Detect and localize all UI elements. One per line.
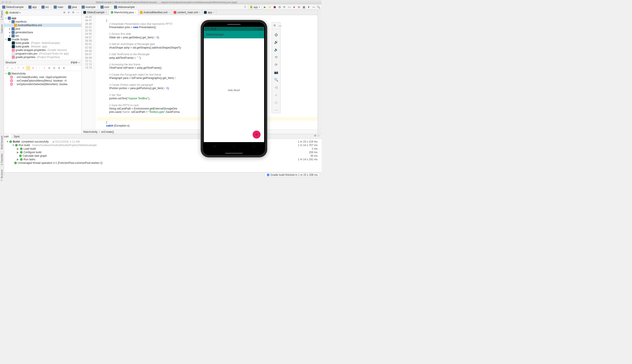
minimize-window-button[interactable] xyxy=(5,1,8,3)
code-editor[interactable]: 44 45 46 47 48 49 50 51 52 53 54 55 56 5… xyxy=(82,15,318,130)
structure-panel-header: Structure ⇵ ⊞ ⚙ — xyxy=(4,60,82,65)
show-properties-icon[interactable]: ⓟ xyxy=(21,66,26,70)
project-view-selector[interactable]: Android xyxy=(9,11,18,14)
emu-power-icon[interactable]: ⏻ xyxy=(274,32,278,37)
run-configuration-selector[interactable]: app▾ xyxy=(248,5,262,9)
toolbar-collapse-icon[interactable]: ⊟ xyxy=(52,66,56,70)
run-button[interactable]: ▶ xyxy=(263,5,266,9)
structure-gear-icon[interactable]: ⚙ xyxy=(75,61,78,64)
rail-captures[interactable]: Captures xyxy=(1,24,3,34)
project-tool-window: Android ▾ ⊕ ⊖ ⚙ — ▼app ▼manifests Androi… xyxy=(4,10,82,134)
toolbar-expand-icon[interactable]: ⊟ xyxy=(47,66,52,70)
build-output-tree[interactable]: ▼Build: completed successfullyat 01/11/2… xyxy=(4,139,322,172)
sync-icon[interactable]: ↸ xyxy=(244,5,247,9)
tree-manifest-file[interactable]: AndroidManifest.xml xyxy=(4,24,82,27)
rail-project[interactable]: 1: Project xyxy=(1,11,3,20)
close-icon[interactable]: × xyxy=(199,11,200,14)
emu-more-icon[interactable]: ⋯ xyxy=(274,108,278,112)
wifi-icon: ▸◂ xyxy=(255,27,258,30)
rail-build-variants[interactable]: Build Variants xyxy=(1,136,3,149)
debug-button[interactable]: 🐞 xyxy=(273,5,276,9)
status-bar: iGradle build finished in 1 m 15 s 338 m… xyxy=(0,172,322,177)
emu-volumeup-icon[interactable]: 🔊 xyxy=(274,40,278,44)
build-gear-icon[interactable]: ⚙ — xyxy=(312,134,322,139)
autoscroll-from-icon[interactable]: ⬇ xyxy=(62,66,66,70)
close-icon[interactable]: × xyxy=(168,11,170,14)
avd-manager-icon[interactable]: ▭ xyxy=(288,5,291,9)
android-emulator[interactable]: 1:11⚙ ▮ ▸◂◢▮ SlidesExample ⋮ Hello World… xyxy=(201,20,267,158)
emu-camera-icon[interactable]: 📷 xyxy=(274,70,278,74)
crumb-project[interactable]: SlidesExample xyxy=(1,6,24,9)
emu-rotate-right-icon[interactable]: ⟳ xyxy=(274,62,278,67)
emulator-screen[interactable]: 1:11⚙ ▮ ▸◂◢▮ SlidesExample ⋮ Hello World… xyxy=(204,27,264,150)
tab-contentmain[interactable]: content_main.xml× xyxy=(172,10,202,15)
tab-androidmanifest[interactable]: AndroidManifest.xml× xyxy=(138,10,172,15)
stop-button[interactable]: ■ xyxy=(292,5,296,9)
sdk-manager-icon[interactable]: ⊚ xyxy=(297,5,301,9)
sort-visibility-icon[interactable]: ↓ₐ xyxy=(10,66,14,70)
traffic-lights xyxy=(2,1,11,3)
crumb-slidesexample[interactable]: slidesexample xyxy=(113,6,136,9)
download-icon[interactable]: ⬇ xyxy=(307,5,310,9)
signal-icon: ◢ xyxy=(258,27,260,30)
nav-recents-icon[interactable]: □ xyxy=(253,144,255,148)
structure-toolbar: ↓ᴬ ↓ₐ ⓕ ⓟ ⓕ ⓐ ○ λ ⊟ ⊟ ⬇ ⬇ xyxy=(4,65,82,71)
close-icon[interactable]: × xyxy=(134,11,136,14)
nav-back-icon[interactable]: ◁ xyxy=(213,144,215,148)
layout-inspector-icon[interactable]: ▦ xyxy=(302,5,306,9)
profiler-icon[interactable]: ◔ xyxy=(278,5,281,9)
show-anonymous-icon[interactable]: ⓐ xyxy=(31,66,35,70)
editor-tabs: SlidesExample× CMainActivity.java× Andro… xyxy=(82,10,318,15)
fab-button[interactable]: ✉ xyxy=(252,130,260,138)
nav-home-icon[interactable]: ○ xyxy=(233,144,235,148)
close-icon[interactable]: × xyxy=(105,11,107,14)
toolbar-circle-icon[interactable]: ○ xyxy=(37,66,42,70)
hello-world-label: Hello World! xyxy=(228,89,240,92)
emu-back-icon[interactable]: ◁ xyxy=(274,85,278,90)
structure-hide-icon[interactable]: — xyxy=(78,61,80,64)
structure-expand-icon[interactable]: ⊞ xyxy=(73,61,75,64)
structure-view-icon[interactable]: ⇵ xyxy=(70,61,73,64)
crumb-src[interactable]: src xyxy=(40,6,50,9)
search-icon[interactable]: 🔍 xyxy=(317,5,320,9)
project-tree[interactable]: ▼app ▼manifests AndroidManifest.xml ▶jav… xyxy=(4,16,82,60)
attach-debugger-icon[interactable]: ⟳ xyxy=(282,5,286,9)
sort-alpha-icon[interactable]: ↓ᴬ xyxy=(5,66,9,70)
emu-minimize-icon[interactable]: — xyxy=(278,23,282,28)
close-window-button[interactable] xyxy=(2,1,4,3)
emu-rotate-left-icon[interactable]: ⟲ xyxy=(274,55,278,60)
crumb-app[interactable]: app xyxy=(28,6,38,9)
structure-tree[interactable]: ▼CMainActivity m↑onCreate(Bundle): void … xyxy=(4,71,82,87)
emu-zoom-icon[interactable]: 🔍 xyxy=(274,78,278,82)
sync-tab[interactable]: Sync xyxy=(11,134,22,139)
show-fields-icon[interactable]: ⓕ xyxy=(16,66,20,70)
close-icon[interactable]: × xyxy=(213,11,214,14)
project-panel-header: Android ▾ ⊕ ⊖ ⚙ — xyxy=(4,10,82,16)
hide-icon[interactable]: — xyxy=(76,11,80,14)
crumb-com[interactable]: com xyxy=(100,6,110,9)
emu-close-icon[interactable]: ✕ xyxy=(273,23,276,28)
emu-overview-icon[interactable]: □ xyxy=(274,100,278,105)
rail-structure[interactable]: 7: Structure xyxy=(1,170,3,181)
tab-app[interactable]: app× xyxy=(202,10,216,15)
toolbar-lambda-icon[interactable]: λ xyxy=(42,66,46,70)
crumb-example[interactable]: example xyxy=(81,6,96,9)
zoom-window-button[interactable] xyxy=(9,1,11,3)
crumb-java[interactable]: java xyxy=(67,6,78,9)
gear-icon[interactable]: ⚙ xyxy=(72,11,76,14)
scroll-to-source-icon[interactable]: ⊕ xyxy=(63,11,67,14)
tab-mainactivity[interactable]: CMainActivity.java× xyxy=(109,10,138,15)
collapse-icon[interactable]: ⊖ xyxy=(68,11,71,14)
rail-favorites[interactable]: 2: Favorites xyxy=(1,154,3,165)
crumb-main[interactable]: main xyxy=(53,6,64,9)
editor-area: SlidesExample× CMainActivity.java× Andro… xyxy=(82,10,318,134)
window-title-bar: SlidesExample [~/AndroidStudioProjects/S… xyxy=(0,0,322,4)
apply-changes-icon[interactable]: ⚡ xyxy=(268,5,272,9)
overflow-menu-icon[interactable]: ⋮ xyxy=(259,33,262,36)
show-inherited-icon[interactable]: ⓕ xyxy=(26,66,30,70)
emu-home-icon[interactable]: ○ xyxy=(274,93,278,97)
autoscroll-icon[interactable]: ⬇ xyxy=(57,66,61,70)
tab-slidesexample[interactable]: SlidesExample× xyxy=(82,10,109,15)
device-file-explorer-icon[interactable]: ▭ xyxy=(312,5,315,9)
emu-volumedown-icon[interactable]: 🔉 xyxy=(274,48,278,52)
